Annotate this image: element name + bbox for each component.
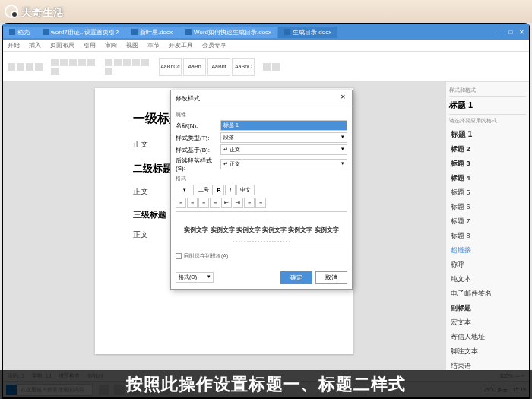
style-item[interactable]: 标题 2: [449, 142, 526, 157]
style-item[interactable]: 脚注文本: [449, 344, 526, 359]
ribbon-menu: 开始 插入 页面布局 引用 审阅 视图 章节 开发工具 会员专享: [3, 40, 529, 52]
name-input[interactable]: 标题 1: [220, 120, 347, 131]
menu-start[interactable]: 开始: [8, 41, 20, 49]
tab-doc3[interactable]: Word如何快速生成目录.docx: [179, 27, 277, 38]
style-item[interactable]: 寄信人地址: [449, 330, 526, 344]
menu-vip[interactable]: 会员专享: [202, 41, 226, 49]
align-justify-icon[interactable]: ≡: [210, 198, 220, 208]
style-item[interactable]: 结束语: [449, 359, 526, 370]
menu-insert[interactable]: 插入: [29, 41, 41, 49]
tab-doc2[interactable]: 新叶星.docx: [125, 27, 179, 38]
styles-panel: 样式和格式 标题 1 请选择要应用的格式 标题 1标题 2标题 3标题 4标题 …: [445, 82, 529, 370]
style-item[interactable]: 标题 3: [449, 157, 526, 171]
align-right-icon[interactable]: ≡: [198, 198, 209, 208]
watermark-text: 天奇生活: [21, 6, 64, 20]
style-item[interactable]: 超链接: [449, 243, 526, 258]
watermark-logo-icon: [5, 5, 18, 18]
style-h3[interactable]: AaBbC: [232, 58, 255, 76]
tab-doc1[interactable]: word7册证...设置首页引?: [36, 27, 125, 38]
section-attributes: 属性: [176, 111, 347, 119]
panel-header: 样式和格式: [449, 85, 526, 97]
format-dropdown[interactable]: 格式(O): [176, 272, 214, 283]
tab-home[interactable]: 稻壳: [3, 27, 36, 38]
menu-ref[interactable]: 引用: [84, 41, 96, 49]
modify-style-dialog: 修改样式 ✕ 属性 名称(N): 标题 1 样式类型(T): 段落 样式基于(B…: [170, 90, 353, 290]
style-item[interactable]: 标题 8: [449, 229, 526, 243]
menu-review[interactable]: 审阅: [105, 41, 117, 49]
font-select[interactable]: ▾: [176, 185, 194, 195]
lang-select[interactable]: 中文: [236, 185, 255, 195]
style-item[interactable]: 副标题: [449, 301, 526, 315]
document-tabs: 稻壳 word7册证...设置首页引? 新叶星.docx Word如何快速生成目…: [3, 24, 529, 40]
type-label: 样式类型(T):: [176, 134, 217, 142]
style-item[interactable]: 标题 1: [449, 127, 526, 142]
menu-dev[interactable]: 开发工具: [169, 41, 193, 49]
current-style: 标题 1: [449, 97, 526, 115]
bold-btn[interactable]: B: [214, 185, 224, 195]
base-label: 样式基于(B):: [176, 146, 217, 154]
ok-button[interactable]: 确定: [280, 271, 312, 284]
tutorial-subtitle: 按照此操作设置标题一、标题二样式: [0, 370, 532, 399]
next-label: 后续段落样式(S):: [176, 157, 217, 172]
save-template-checkbox[interactable]: [176, 253, 182, 259]
next-select[interactable]: ↵ 正文: [220, 159, 347, 169]
style-item[interactable]: 标题 5: [449, 185, 526, 200]
style-preview: - - - - - - - - - - - - - - - - - - - - …: [176, 211, 347, 249]
style-item[interactable]: 标题 4: [449, 171, 526, 185]
base-select[interactable]: ↵ 正文: [220, 144, 347, 155]
close-icon[interactable]: ✕: [517, 27, 526, 36]
menu-view[interactable]: 视图: [126, 41, 138, 49]
checkbox-label: 同时保存到模板(A): [184, 252, 228, 260]
minimize-icon[interactable]: —: [496, 27, 505, 36]
dialog-close-icon[interactable]: ✕: [338, 93, 347, 103]
size-select[interactable]: 二号: [195, 185, 213, 195]
menu-layout[interactable]: 页面布局: [50, 41, 74, 49]
menu-section[interactable]: 章节: [147, 41, 160, 49]
style-normal[interactable]: AaBbCc: [159, 58, 182, 76]
indent-dec-icon[interactable]: ⇤: [221, 198, 232, 208]
section-format: 格式: [176, 175, 347, 182]
style-item[interactable]: 称呼: [449, 258, 526, 272]
italic-btn[interactable]: I: [225, 185, 236, 195]
type-select[interactable]: 段落: [220, 132, 347, 143]
indent-inc-icon[interactable]: ⇥: [233, 198, 243, 208]
align-center-icon[interactable]: ≡: [187, 198, 198, 208]
name-label: 名称(N):: [176, 122, 217, 130]
style-item[interactable]: 纯文本: [449, 272, 526, 287]
style-item[interactable]: 宏文本: [449, 315, 526, 330]
maximize-icon[interactable]: □: [506, 27, 515, 36]
dialog-title-text: 修改样式: [176, 94, 200, 103]
style-item[interactable]: 标题 7: [449, 214, 526, 229]
style-h1[interactable]: AaBb: [183, 58, 206, 76]
spacing2-icon[interactable]: ≡: [255, 198, 266, 208]
style-item[interactable]: 标题 6: [449, 200, 526, 214]
ribbon-toolbar: AaBbCc AaBb AaBbt AaBbC: [3, 52, 529, 82]
align-left-icon[interactable]: ≡: [176, 198, 186, 208]
tab-doc4[interactable]: 生成目录.docx: [278, 27, 337, 38]
panel-instruction: 请选择要应用的格式: [449, 115, 526, 127]
style-item[interactable]: 电子邮件签名: [449, 287, 526, 301]
style-h2[interactable]: AaBbt: [207, 58, 230, 76]
spacing1-icon[interactable]: ≡: [244, 198, 255, 208]
cancel-button[interactable]: 取消: [315, 271, 347, 284]
